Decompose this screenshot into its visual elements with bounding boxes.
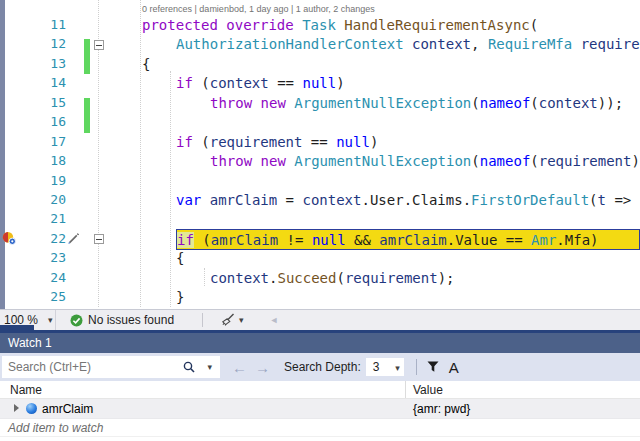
code-line[interactable]: 25} [0, 287, 640, 306]
code-text: if (requirement == null) [176, 133, 378, 151]
watch-grid: Name Value amrClaim {amr: pwd} Add item … [0, 381, 640, 437]
code-text: throw new ArgumentNullException(nameof(c… [210, 94, 623, 112]
line-number: 15 [18, 95, 66, 110]
code-line[interactable]: 21 [0, 209, 640, 228]
code-text: throw new ArgumentNullException(nameof(r… [210, 152, 640, 170]
code-line[interactable]: 11protected override Task HandleRequirem… [0, 15, 640, 34]
line-number: 21 [18, 211, 66, 226]
watch-variable-value: {amr: pwd} [413, 402, 470, 416]
funnel-icon [427, 361, 439, 373]
fold-collapse-button[interactable] [94, 40, 104, 50]
fold-collapse-button[interactable] [94, 234, 104, 244]
issues-status-text: No issues found [88, 313, 174, 327]
line-number: 12 [18, 36, 66, 51]
chevron-down-icon[interactable]: ▾ [207, 362, 212, 372]
watch-toolbar: ▾ ← → Search Depth: 3 ▾ A [0, 353, 640, 381]
watch-search-box[interactable]: ▾ [2, 356, 220, 378]
watch-variable-name: amrClaim [42, 402, 93, 416]
search-icon[interactable] [183, 360, 196, 378]
watch-grid-header: Name Value [0, 381, 640, 399]
hscroll-left-arrow[interactable]: ◄ [270, 315, 279, 325]
line-number: 25 [18, 289, 66, 304]
vs-window: 0 references | damienbod, 1 day ago | 1 … [0, 0, 640, 441]
editor-status-bar: 100 % ▾ No issues found ▾ ◄ [0, 309, 640, 330]
code-line[interactable]: 17if (requirement == null) [0, 132, 640, 151]
code-line[interactable]: 23{ [0, 248, 640, 267]
code-text: if (context == null) [176, 74, 345, 92]
diagnostics-breakpoint-icon[interactable] [2, 231, 16, 249]
line-number: 13 [18, 56, 66, 71]
line-number: 16 [18, 114, 66, 129]
column-header-value[interactable]: Value [413, 383, 443, 397]
code-line[interactable]: 19 [0, 171, 640, 190]
line-number: 14 [18, 75, 66, 90]
variable-sphere-icon [26, 403, 37, 414]
line-number: 22 [18, 231, 66, 246]
scrollbar-corner [0, 325, 34, 333]
watch-panel-titlebar[interactable]: Watch 1 [0, 333, 640, 353]
code-line[interactable]: 15throw new ArgumentNullException(nameof… [0, 93, 640, 112]
code-line[interactable]: 20var amrClaim = context.User.Claims.Fir… [0, 190, 640, 209]
broom-icon [219, 313, 235, 327]
codelens-row[interactable]: 0 references | damienbod, 1 day ago | 1 … [0, 0, 640, 15]
watch-add-item-row[interactable]: Add item to watch [0, 419, 640, 437]
document-health-indicator[interactable]: No issues found [70, 313, 174, 327]
column-header-name[interactable]: Name [10, 383, 42, 397]
search-back-button[interactable]: ← [232, 359, 247, 376]
code-line[interactable]: 18throw new ArgumentNullException(nameof… [0, 151, 640, 170]
code-editor[interactable]: 0 references | damienbod, 1 day ago | 1 … [0, 0, 640, 309]
code-text-highlighted: if (amrClaim != null && amrClaim.Value =… [176, 229, 640, 250]
watch-row-amrclaim[interactable]: amrClaim {amr: pwd} [0, 399, 640, 419]
codelens-info[interactable]: 0 references | damienbod, 1 day ago | 1 … [142, 4, 375, 14]
add-item-placeholder: Add item to watch [8, 421, 103, 435]
search-depth-label: Search Depth: [284, 360, 361, 374]
code-text: context.Succeed(requirement); [210, 269, 454, 287]
expand-chevron-icon[interactable] [14, 404, 19, 412]
chevron-down-icon: ▾ [395, 363, 400, 373]
filter-button[interactable] [427, 361, 439, 373]
edited-line-pencil-icon [66, 231, 80, 249]
chevron-down-icon: ▾ [48, 315, 53, 325]
format-toggle-button[interactable]: A [449, 359, 459, 376]
chevron-down-icon: ▾ [239, 315, 244, 325]
line-number: 18 [18, 153, 66, 168]
watch-panel-title: Watch 1 [8, 336, 52, 350]
code-text: protected override Task HandleRequiremen… [142, 16, 538, 34]
line-number: 11 [18, 17, 66, 32]
line-number: 19 [18, 173, 66, 188]
separator [416, 359, 417, 375]
code-text: AuthorizationHandlerContext context, Req… [176, 35, 640, 53]
separator [202, 313, 203, 327]
code-line[interactable]: 16 [0, 112, 640, 131]
line-number: 17 [18, 134, 66, 149]
code-text: { [176, 249, 184, 267]
code-text: { [142, 55, 150, 73]
line-number: 23 [18, 250, 66, 265]
code-text: var amrClaim = context.User.Claims.First… [176, 191, 631, 209]
code-text: } [176, 288, 184, 306]
line-number: 24 [18, 270, 66, 285]
search-forward-button[interactable]: → [255, 359, 270, 376]
check-circle-icon [70, 314, 83, 327]
code-line[interactable]: 14if (context == null) [0, 73, 640, 92]
code-line[interactable]: 24context.Succeed(requirement); [0, 268, 640, 287]
search-depth-dropdown[interactable]: 3 ▾ [366, 358, 404, 376]
code-cleanup-button[interactable]: ▾ [219, 313, 244, 327]
code-line[interactable]: 13{ [0, 54, 640, 73]
search-depth-value: 3 [373, 360, 380, 374]
line-number: 20 [18, 192, 66, 207]
